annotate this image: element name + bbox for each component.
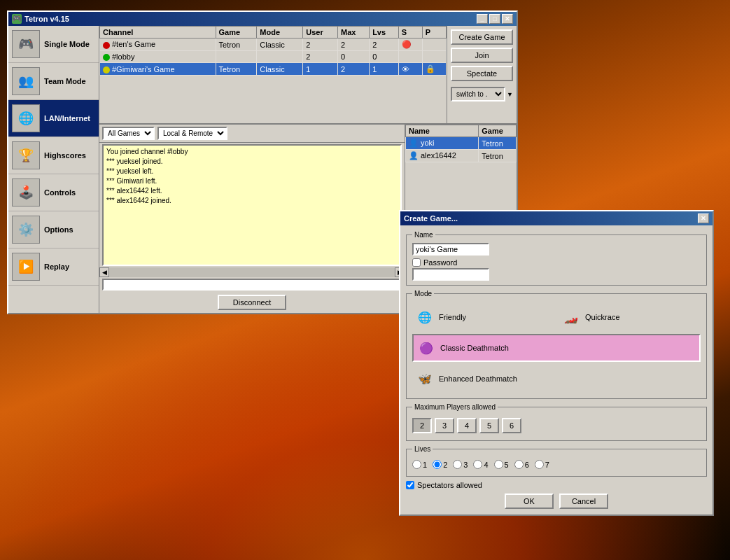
game-cell xyxy=(216,51,257,63)
spectate-button[interactable]: Spectate xyxy=(451,66,513,81)
channel-table-wrap[interactable]: Channel Game Mode User Max Lvs S P xyxy=(99,26,447,123)
channel-cell: #Gimiwari's Game xyxy=(100,63,216,76)
life-4[interactable]: 4 xyxy=(473,460,488,469)
life-3[interactable]: 3 xyxy=(453,460,468,469)
lives-radio-6[interactable] xyxy=(514,460,524,469)
switch-to-dropdown[interactable]: switch to . xyxy=(451,87,505,102)
chat-message: *** alex16442 joined. xyxy=(106,196,398,206)
lives-3-label: 3 xyxy=(463,461,468,469)
sidebar-item-controls[interactable]: 🕹️ Controls xyxy=(8,174,99,211)
life-6[interactable]: 6 xyxy=(514,460,529,469)
sidebar-item-replay[interactable]: ▶️ Replay xyxy=(8,248,99,286)
p-cell xyxy=(422,38,446,51)
password-checkbox[interactable] xyxy=(412,258,421,267)
sidebar-item-highscores[interactable]: 🏆 Highscores xyxy=(8,137,99,174)
disconnect-button[interactable]: Disconnect xyxy=(218,295,286,310)
channel-row[interactable]: #lobby 2 0 0 xyxy=(100,51,447,63)
spectators-label: Spectators allowed xyxy=(417,481,482,489)
user-cell: 2 xyxy=(303,38,338,51)
lives-radio-4[interactable] xyxy=(473,460,482,469)
max-cell: 0 xyxy=(338,51,370,63)
s-cell xyxy=(398,51,422,63)
channel-row[interactable]: #ten's Game Tetron Classic 2 2 2 🔴 xyxy=(100,38,447,51)
create-game-dialog: Create Game... ✕ Name Password Mode 🌐 Fr… xyxy=(399,210,714,516)
channel-row[interactable]: #Gimiwari's Game Tetron Classic 1 2 1 👁 … xyxy=(100,63,447,76)
horiz-scroll-bar[interactable] xyxy=(109,267,395,277)
lives-radio-1[interactable] xyxy=(412,460,421,469)
sidebar-item-single-mode[interactable]: 🎮 Single Mode xyxy=(8,26,99,63)
options-label: Options xyxy=(44,225,73,234)
minimize-button[interactable]: _ xyxy=(477,14,488,24)
players-4-button[interactable]: 4 xyxy=(457,418,477,433)
name-legend: Name xyxy=(412,231,435,239)
lives-radio-5[interactable] xyxy=(494,460,503,469)
lvs-cell: 2 xyxy=(370,38,399,51)
switch-to-row: switch to . ▼ xyxy=(451,87,513,102)
lvs-cell: 0 xyxy=(370,51,399,63)
dialog-buttons: OK Cancel xyxy=(406,493,707,509)
players-6-button[interactable]: 6 xyxy=(502,418,521,433)
chat-message: *** yueksel joined. xyxy=(106,157,398,167)
scroll-left-button[interactable]: ◀ xyxy=(99,267,109,277)
mode-quickrace[interactable]: 🏎️ Quickrace xyxy=(559,304,701,330)
create-game-button[interactable]: Create Game xyxy=(451,29,513,45)
sidebar: 🎮 Single Mode 👥 Team Mode 🌐 LAN/Internet… xyxy=(8,26,99,313)
mode-cell: Classic xyxy=(257,63,303,76)
password-row: Password xyxy=(412,258,701,267)
user-row[interactable]: 👤alex16442 Tetron xyxy=(406,150,517,162)
ok-button[interactable]: OK xyxy=(505,493,554,509)
mode-cell xyxy=(257,51,303,63)
lives-radio-7[interactable] xyxy=(535,460,544,469)
chat-input-row xyxy=(99,277,405,292)
games-filter-select[interactable]: All Games Tetron xyxy=(102,127,155,140)
password-input[interactable] xyxy=(412,268,489,281)
options-icon: ⚙️ xyxy=(12,216,40,244)
enhanced-deathmatch-icon: 🦋 xyxy=(415,369,435,388)
dialog-title: Create Game... xyxy=(404,214,458,223)
sidebar-item-options[interactable]: ⚙️ Options xyxy=(8,211,99,248)
user-row[interactable]: 👤yoki Tetron xyxy=(406,137,517,150)
user-game-cell: Tetron xyxy=(479,150,517,162)
s-cell: 👁 xyxy=(398,63,422,76)
classic-deathmatch-icon: 🟣 xyxy=(416,338,436,358)
game-name-input[interactable] xyxy=(412,243,489,255)
lives-row: 1 2 3 4 5 xyxy=(412,457,701,472)
controls-icon: 🕹️ xyxy=(12,178,40,206)
players-5-button[interactable]: 5 xyxy=(479,418,499,433)
mode-classic-deathmatch[interactable]: 🟣 Classic Deathmatch xyxy=(412,334,701,362)
join-button[interactable]: Join xyxy=(451,48,513,63)
players-3-button[interactable]: 3 xyxy=(435,418,454,433)
life-1[interactable]: 1 xyxy=(412,460,427,469)
life-2[interactable]: 2 xyxy=(433,460,447,469)
replay-label: Replay xyxy=(44,262,69,271)
disconnect-row: Disconnect xyxy=(99,292,405,313)
user-cell: 2 xyxy=(303,51,338,63)
dialog-close-button[interactable]: ✕ xyxy=(698,214,709,223)
chat-input[interactable] xyxy=(102,279,402,290)
location-filter-select[interactable]: Local & Remote Local Only xyxy=(157,127,227,140)
col-max: Max xyxy=(338,27,370,38)
lives-radio-2[interactable] xyxy=(433,460,442,469)
life-5[interactable]: 5 xyxy=(494,460,509,469)
action-buttons-panel: Create Game Join Spectate switch to . ▼ xyxy=(447,26,517,123)
single-mode-label: Single Mode xyxy=(44,40,90,48)
friendly-icon: 🌐 xyxy=(415,307,435,327)
maximize-button[interactable]: □ xyxy=(489,14,500,24)
sidebar-item-lan-internet[interactable]: 🌐 LAN/Internet xyxy=(8,100,99,137)
lives-radio-3[interactable] xyxy=(453,460,462,469)
spectators-checkbox[interactable] xyxy=(406,481,414,489)
col-name: Name xyxy=(406,125,479,137)
players-2-button[interactable]: 2 xyxy=(412,418,432,433)
mode-friendly[interactable]: 🌐 Friendly xyxy=(412,304,554,330)
sidebar-item-team-mode[interactable]: 👥 Team Mode xyxy=(8,63,99,100)
cancel-button[interactable]: Cancel xyxy=(559,493,608,509)
chat-message: *** yueksel left. xyxy=(106,167,398,176)
close-button[interactable]: ✕ xyxy=(502,14,513,24)
lives-fieldset: Lives 1 2 3 4 xyxy=(406,445,707,477)
mode-fieldset: Mode 🌐 Friendly 🏎️ Quickrace 🟣 Classic D… xyxy=(406,290,707,399)
dropdown-arrow-icon: ▼ xyxy=(507,91,513,98)
user-name-cell: 👤yoki xyxy=(406,137,479,150)
lan-internet-icon: 🌐 xyxy=(12,104,40,132)
mode-enhanced-deathmatch[interactable]: 🦋 Enhanced Deathmatch xyxy=(412,366,701,391)
life-7[interactable]: 7 xyxy=(535,460,549,469)
